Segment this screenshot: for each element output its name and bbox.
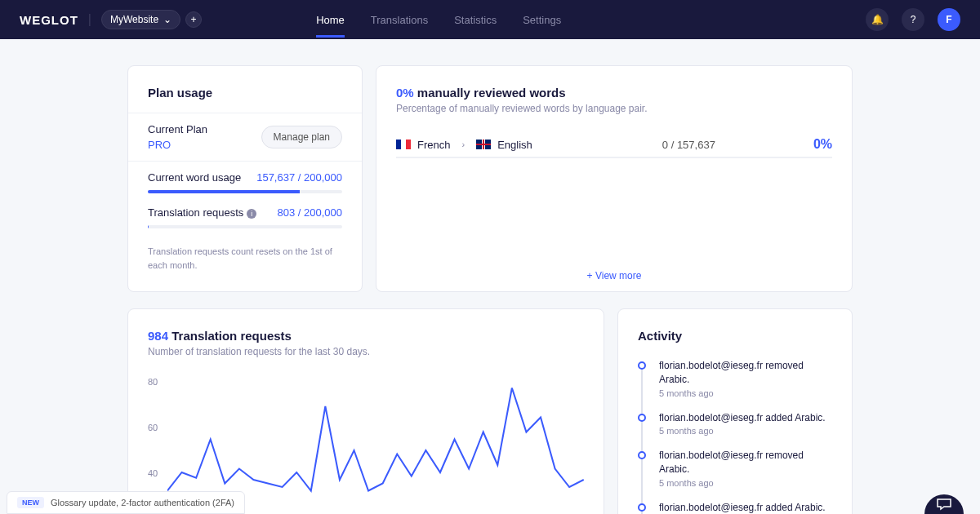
chart-number: 984 [148, 329, 168, 343]
activity-text: florian.bodelot@ieseg.fr added Arabic. [659, 501, 826, 514]
add-site-button[interactable]: + [185, 11, 202, 28]
requests-progress [148, 225, 342, 228]
new-badge: NEW [17, 497, 44, 508]
activity-title: Activity [638, 329, 832, 343]
translation-requests-chart-card: 984 Translation requests Number of trans… [127, 308, 604, 514]
timeline-dot-icon [638, 361, 646, 370]
content: Plan usage Current Plan PRO Manage plan … [0, 39, 980, 514]
reviewed-title-rest: manually reviewed words [417, 86, 566, 100]
activity-text: florian.bodelot@ieseg.fr removed Arabic. [659, 449, 832, 476]
activity-card: Activity florian.bodelot@ieseg.fr remove… [617, 308, 853, 514]
tab-statistics[interactable]: Statistics [454, 2, 497, 38]
logo: WEGLOT [20, 13, 78, 27]
timeline-dot-icon [638, 503, 646, 512]
activity-text: florian.bodelot@ieseg.fr removed Arabic. [659, 359, 832, 387]
tab-translations[interactable]: Translations [371, 2, 428, 38]
activity-time: 5 months ago [659, 426, 826, 436]
language-pair-row[interactable]: French › English 0 / 157,637 0% [396, 137, 832, 152]
reviewed-underline [396, 157, 832, 158]
chart-title-rest: Translation requests [172, 329, 292, 343]
requests-label: Translation requests [148, 206, 243, 219]
activity-item: florian.bodelot@ieseg.fr removed Arabic.… [638, 449, 832, 501]
word-usage-label: Current word usage [148, 171, 241, 184]
plan-note: Translation requests count resets on the… [128, 238, 362, 272]
arrow-right-icon: › [461, 140, 465, 149]
tab-settings[interactable]: Settings [523, 2, 561, 38]
notifications-icon[interactable]: 🔔 [866, 8, 889, 31]
reviewed-subtitle: Percentage of manually reviewed words by… [396, 103, 832, 114]
activity-time: 5 months ago [659, 388, 832, 398]
site-name: MyWebsite [110, 14, 158, 25]
logo-divider: | [88, 12, 91, 27]
timeline-dot-icon [638, 451, 646, 459]
reviewed-words-card: 0% manually reviewed words Percentage of… [376, 65, 853, 292]
flag-fr-icon [396, 140, 411, 149]
activity-text: florian.bodelot@ieseg.fr added Arabic. [659, 411, 826, 425]
view-more-link[interactable]: + View more [376, 270, 852, 281]
nav-tabs: Home Translations Statistics Settings [316, 2, 561, 38]
site-selector[interactable]: MyWebsite ⌄ [101, 10, 180, 29]
timeline-dot-icon [638, 414, 646, 422]
chart-title: 984 Translation requests [148, 329, 584, 343]
requests-value: 803 / 200,000 [277, 206, 342, 219]
chart-subtitle: Number of translation requests for the l… [148, 346, 584, 357]
info-icon[interactable]: i [247, 209, 256, 219]
activity-item: florian.bodelot@ieseg.fr removed Arabic.… [638, 359, 832, 411]
reviewed-stat: 0 / 157,637 [662, 139, 715, 151]
to-language: English [497, 139, 532, 151]
current-plan-label: Current Plan [148, 123, 207, 135]
tab-home[interactable]: Home [316, 2, 345, 38]
help-icon[interactable]: ? [902, 8, 924, 31]
avatar[interactable]: F [938, 8, 960, 31]
y-tick: 80 [148, 377, 158, 387]
plan-usage-card: Plan usage Current Plan PRO Manage plan … [127, 65, 363, 292]
news-toast[interactable]: NEW Glossary update, 2-factor authentica… [7, 491, 245, 514]
reviewed-pct: 0% [396, 86, 414, 100]
activity-list: florian.bodelot@ieseg.fr removed Arabic.… [638, 359, 832, 514]
nav-right: 🔔 ? F [866, 8, 960, 31]
chevron-down-icon: ⌄ [163, 14, 172, 25]
toast-text: Glossary update, 2-factor authentication… [51, 498, 234, 507]
reviewed-title: 0% manually reviewed words [396, 86, 832, 100]
reviewed-stat-pct: 0% [813, 137, 832, 152]
word-usage-progress [148, 190, 342, 193]
word-usage-value: 157,637 / 200,000 [256, 171, 342, 184]
activity-item: florian.bodelot@ieseg.fr added Arabic.5 … [638, 411, 832, 450]
y-tick: 40 [148, 468, 158, 478]
navbar: WEGLOT | MyWebsite ⌄ + Home Translations… [0, 0, 980, 39]
y-tick: 60 [148, 423, 158, 432]
current-plan-value: PRO [148, 139, 207, 151]
flag-en-icon [476, 140, 491, 149]
plan-title: Plan usage [128, 86, 362, 113]
activity-time: 5 months ago [659, 478, 832, 488]
activity-item: florian.bodelot@ieseg.fr added Arabic.5 … [638, 501, 832, 514]
manage-plan-button[interactable]: Manage plan [261, 126, 342, 148]
from-language: French [417, 139, 450, 151]
